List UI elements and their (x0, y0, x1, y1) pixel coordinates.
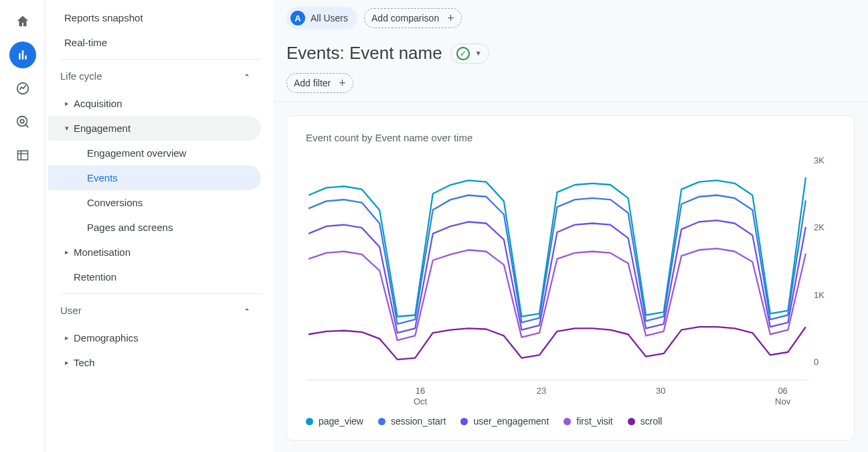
swatch-icon (628, 418, 635, 425)
caret-down-icon: ▾ (60, 124, 74, 133)
nav-reports-snapshot[interactable]: Reports snapshot (48, 5, 261, 30)
x-tick: 30 (656, 386, 665, 406)
nav-item-engagement[interactable]: ▾ Engagement (48, 116, 261, 141)
check-circle-icon: ✓ (456, 47, 470, 60)
left-nav-rail (0, 0, 46, 452)
swatch-icon (460, 418, 468, 425)
nav-item-label: Engagement (74, 123, 131, 134)
add-filter-button[interactable]: Add filter + (286, 73, 353, 93)
main-content: A All Users Add comparison + Events: Eve… (273, 0, 868, 452)
svg-point-2 (20, 119, 23, 123)
y-tick: 1K (814, 290, 835, 300)
nav-item-label: Acquisition (74, 98, 122, 109)
segment-label: All Users (311, 13, 348, 23)
add-comparison-label: Add comparison (371, 13, 439, 23)
x-tick: 06Nov (775, 386, 790, 406)
legend-label: session_start (391, 416, 446, 427)
y-tick: 3K (814, 155, 835, 165)
report-header: A All Users Add comparison + Events: Eve… (273, 0, 868, 102)
nav-group-label: User (60, 305, 82, 316)
add-comparison-button[interactable]: Add comparison + (364, 8, 462, 28)
caret-right-icon: ▸ (60, 358, 74, 367)
legend-label: page_view (319, 416, 363, 427)
chevron-up-icon (242, 70, 252, 82)
nav-divider (60, 293, 261, 294)
caret-right-icon: ▸ (60, 99, 74, 108)
x-axis: 16Oct233006Nov (306, 383, 835, 406)
segment-badge: A (290, 11, 305, 25)
nav-item-label: Monetisation (74, 246, 131, 258)
add-filter-label: Add filter (294, 78, 331, 88)
nav-item-label: Retention (74, 271, 116, 283)
swatch-icon (378, 418, 385, 425)
legend-item-session_start[interactable]: session_start (378, 416, 446, 427)
configure-icon[interactable] (9, 142, 36, 169)
chart-series-scroll[interactable] (309, 327, 806, 360)
y-tick: 2K (814, 222, 835, 232)
home-icon[interactable] (9, 8, 36, 35)
nav-item-monetisation[interactable]: ▸ Monetisation (48, 240, 261, 265)
nav-real-time[interactable]: Real-time (48, 30, 261, 55)
nav-group-life-cycle[interactable]: Life cycle (48, 61, 261, 91)
legend-label: scroll (640, 416, 663, 427)
legend-item-scroll[interactable]: scroll (628, 416, 663, 427)
nav-item-label: Demographics (74, 332, 139, 344)
nav-group-label: Life cycle (60, 70, 102, 82)
x-tick: 23 (537, 386, 546, 406)
chart-legend: page_viewsession_startuser_engagementfir… (306, 416, 835, 427)
page-title: Events: Event name (286, 43, 442, 64)
legend-item-first_visit[interactable]: first_visit (563, 416, 612, 427)
reports-icon[interactable] (9, 42, 36, 68)
advertising-icon[interactable] (9, 108, 36, 135)
legend-item-page_view[interactable]: page_view (306, 416, 363, 427)
status-dropdown[interactable]: ✓ ▼ (450, 44, 489, 64)
side-nav: Reports snapshot Real-time Life cycle ▸ … (46, 0, 273, 452)
chevron-down-icon: ▼ (475, 50, 482, 57)
nav-subitem-conversions[interactable]: Conversions (48, 190, 261, 215)
nav-subitem-events[interactable]: Events (48, 165, 261, 190)
nav-item-demographics[interactable]: ▸ Demographics (48, 325, 261, 350)
legend-item-user_engagement[interactable]: user_engagement (460, 416, 549, 427)
segment-chip[interactable]: A All Users (286, 7, 357, 29)
nav-item-label: Tech (74, 357, 95, 368)
swatch-icon (306, 418, 313, 425)
line-chart[interactable] (306, 155, 808, 383)
svg-rect-3 (17, 151, 27, 159)
legend-label: user_engagement (473, 416, 549, 427)
chart-title: Event count by Event name over time (306, 132, 835, 143)
nav-subitem-pages-screens[interactable]: Pages and screens (48, 215, 261, 240)
caret-right-icon: ▸ (60, 248, 74, 256)
nav-subitem-engagement-overview[interactable]: Engagement overview (48, 141, 261, 165)
x-tick: 16Oct (414, 386, 427, 406)
caret-right-icon: ▸ (60, 333, 74, 342)
nav-group-user[interactable]: User (48, 295, 261, 325)
chart-card: Event count by Event name over time 3K 2… (286, 115, 855, 441)
chart-series-user_engagement[interactable] (309, 220, 806, 333)
nav-item-retention[interactable]: Retention (48, 265, 261, 289)
explore-icon[interactable] (9, 75, 36, 102)
y-axis: 3K 2K 1K 0 (808, 155, 835, 383)
nav-item-tech[interactable]: ▸ Tech (48, 350, 261, 375)
chevron-up-icon (242, 305, 252, 316)
nav-divider (60, 59, 261, 60)
legend-label: first_visit (576, 416, 612, 427)
swatch-icon (563, 418, 571, 425)
y-tick: 0 (814, 357, 835, 367)
nav-item-acquisition[interactable]: ▸ Acquisition (48, 91, 261, 116)
